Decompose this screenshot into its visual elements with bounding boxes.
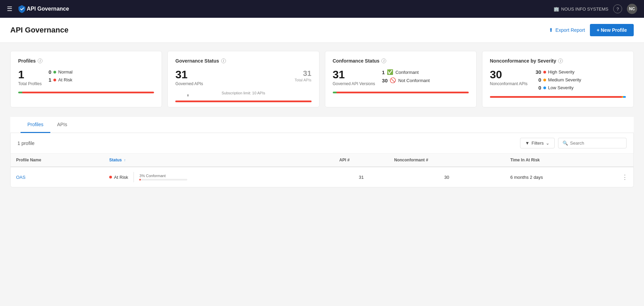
org-info: 🏢 NOUS INFO SYSTEMS	[554, 6, 608, 12]
governance-card-title: Governance Status i	[175, 58, 311, 64]
col-nonconformant: Nonconformant #	[389, 154, 505, 167]
org-icon: 🏢	[554, 6, 559, 12]
profiles-bar-red	[22, 92, 154, 93]
governance-total-label: Total APIs	[295, 78, 312, 82]
nonconformance-bar-red	[490, 96, 622, 98]
search-input[interactable]	[570, 141, 622, 146]
governance-bar-fill	[175, 101, 311, 102]
conformance-card: Conformance Status i 31 Governed API Ver…	[325, 51, 477, 107]
governance-total-number: 31	[295, 69, 312, 78]
profiles-total-label: Total Profiles	[18, 81, 42, 86]
row-profile-name: OAS	[11, 167, 104, 187]
header-actions: ⬆ Export Report + New Profile	[549, 24, 634, 36]
table-area: 1 profile ▼ Filters ⌄ 🔍 Profile Name S	[10, 133, 634, 187]
not-conformant-label: Not Conformant	[398, 78, 430, 83]
col-profile-name: Profile Name	[11, 154, 104, 167]
summary-cards: Profiles i 1 Total Profiles 0 Normal 1	[10, 51, 634, 107]
export-icon: ⬆	[549, 27, 553, 33]
export-report-button[interactable]: ⬆ Export Report	[549, 27, 585, 33]
profiles-main: 1 Total Profiles	[18, 69, 42, 86]
subscription-label: Subscription limit: 10 APIs	[175, 91, 311, 95]
conformance-card-title: Conformance Status i	[333, 58, 469, 64]
row-menu-button[interactable]: ⋮	[622, 173, 628, 181]
profiles-card: Profiles i 1 Total Profiles 0 Normal 1	[10, 51, 162, 107]
profiles-bar	[18, 92, 154, 93]
conformant-bar-wrap: 3% Conformant	[139, 174, 187, 181]
status-badge: At Risk	[109, 175, 128, 180]
nonconformance-card: Nonconformance by Severity i 30 Nonconfo…	[482, 51, 634, 107]
status-dot	[109, 176, 112, 178]
menu-icon[interactable]: ☰	[7, 5, 12, 13]
governance-main-number: 31	[175, 69, 203, 80]
header-row: Profile Name Status ↑ API # Nonconforman…	[11, 154, 633, 167]
not-conformant-count: 30	[382, 78, 388, 83]
filters-button[interactable]: ▼ Filters ⌄	[520, 138, 555, 148]
profiles-table: Profile Name Status ↑ API # Nonconforman…	[11, 154, 633, 187]
time-value: 6 months 2 days	[510, 175, 543, 180]
tab-apis[interactable]: APIs	[50, 117, 74, 133]
conformance-main: 31 Governed API Versions	[333, 69, 375, 86]
conformance-bar	[333, 92, 469, 93]
status-cell: At Risk 3% Conformant	[109, 172, 328, 182]
low-severity-count: 0	[534, 85, 541, 91]
conformance-info-icon[interactable]: i	[381, 58, 386, 63]
profile-count: 1 profile	[17, 141, 35, 146]
filter-icon: ▼	[525, 141, 530, 146]
nonconformance-info-icon[interactable]: i	[558, 58, 563, 63]
new-profile-button[interactable]: + New Profile	[590, 24, 634, 36]
org-name: NOUS INFO SYSTEMS	[561, 6, 608, 12]
profile-link[interactable]: OAS	[16, 175, 25, 180]
page-title: API Governance	[10, 26, 68, 35]
governance-right: 31 Total APIs	[295, 69, 312, 82]
nonconformance-bar	[490, 96, 626, 98]
medium-severity-dot	[543, 79, 546, 81]
profiles-card-body: 1 Total Profiles 0 Normal 1 At Risk	[18, 69, 154, 86]
governance-info-icon[interactable]: i	[221, 58, 226, 63]
profiles-total-number: 1	[18, 69, 42, 80]
low-severity-dot	[543, 87, 546, 89]
profiles-at-risk-count: 1	[49, 77, 51, 83]
conformance-bar-red	[337, 92, 468, 93]
tab-profiles[interactable]: Profiles	[21, 117, 50, 133]
profiles-at-risk: 1 At Risk	[49, 77, 73, 83]
toolbar-right: ▼ Filters ⌄ 🔍	[520, 138, 627, 148]
table-toolbar: 1 profile ▼ Filters ⌄ 🔍	[11, 133, 633, 154]
conformant-icon: ✅	[387, 69, 393, 75]
nonconformance-main-label: Nonconformant APIs	[490, 81, 528, 86]
col-api-count: API #	[334, 154, 389, 167]
profiles-normal: 0 Normal	[49, 69, 73, 75]
conformance-side: 1 ✅ Conformant 30 🚫 Not Conformant	[382, 69, 430, 83]
profiles-normal-label: Normal	[58, 69, 73, 75]
high-severity-dot	[543, 71, 546, 74]
app-logo	[17, 4, 27, 14]
profiles-at-risk-label: At Risk	[58, 77, 72, 82]
medium-severity-label: Medium Severity	[548, 77, 581, 82]
nonconformance-side: 30 High Severity 0 Medium Severity 0 Low…	[534, 69, 581, 91]
profiles-info-icon[interactable]: i	[38, 58, 42, 63]
low-severity-label: Low Severity	[548, 85, 573, 90]
search-box: 🔍	[558, 138, 627, 148]
profiles-card-title: Profiles i	[18, 58, 154, 64]
user-avatar[interactable]: NC	[627, 4, 637, 14]
high-severity-item: 30 High Severity	[534, 69, 581, 75]
row-status: At Risk 3% Conformant	[104, 167, 334, 187]
row-time-at-risk: 6 months 2 days ⋮	[505, 167, 633, 187]
high-severity-count: 30	[534, 69, 541, 75]
page-header: API Governance ⬆ Export Report + New Pro…	[0, 18, 644, 43]
conformance-main-number: 31	[333, 69, 375, 80]
app-title: API Governance	[27, 6, 554, 12]
col-status[interactable]: Status ↑	[104, 154, 334, 167]
high-severity-label: High Severity	[548, 69, 574, 75]
conformance-main-label: Governed API Versions	[333, 81, 375, 86]
sort-icon: ↑	[124, 158, 126, 162]
nonconformance-card-body: 30 Nonconformant APIs 30 High Severity 0…	[490, 69, 626, 91]
profiles-normal-count: 0	[49, 69, 51, 75]
medium-severity-item: 0 Medium Severity	[534, 77, 581, 83]
profiles-side: 0 Normal 1 At Risk	[49, 69, 73, 83]
main-content: Profiles i 1 Total Profiles 0 Normal 1	[0, 43, 644, 196]
conformant-pct-label: 3% Conformant	[139, 174, 187, 178]
normal-dot	[53, 71, 56, 74]
table-row: OAS At Risk 3% Conformant	[11, 167, 633, 187]
help-button[interactable]: ?	[613, 4, 622, 13]
col-time-at-risk: Time In At Risk	[505, 154, 633, 167]
